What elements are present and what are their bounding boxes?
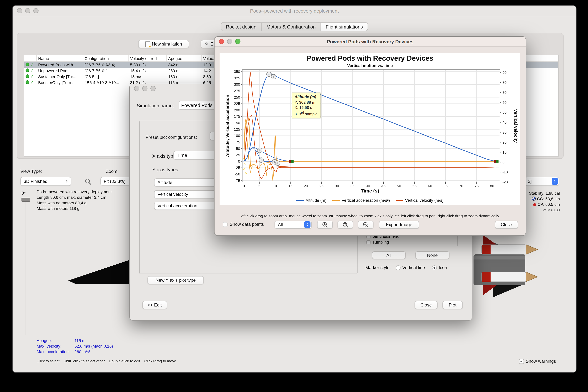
event-tumbling-checkbox[interactable]: Tumbling xyxy=(366,240,389,244)
zoom-out-button[interactable] xyxy=(358,220,374,229)
zoom-in-button[interactable] xyxy=(317,220,333,229)
main-titlebar[interactable]: Pods--powered with recovery deployment xyxy=(13,6,576,16)
preset-label: Preset plot configurations: xyxy=(146,135,197,140)
rotation-slider-handle[interactable] xyxy=(22,198,30,202)
svg-text:30: 30 xyxy=(335,184,339,188)
minimize-window-button[interactable] xyxy=(227,39,232,44)
cp-icon xyxy=(533,203,536,206)
svg-text:45: 45 xyxy=(381,184,386,188)
svg-text:90: 90 xyxy=(502,70,506,74)
close-window-button[interactable] xyxy=(219,39,224,44)
zoom-window-button[interactable] xyxy=(150,86,156,91)
svg-text:100: 100 xyxy=(234,134,240,138)
edit-mode-button[interactable]: << Edit xyxy=(142,301,167,309)
y-axis-left-label: Altitude; Vertical acceleration xyxy=(225,70,230,182)
svg-text:✳: ✳ xyxy=(244,162,246,166)
cg-value: CG: 53,8 cm xyxy=(537,196,560,201)
svg-text:55: 55 xyxy=(412,184,416,188)
svg-text:50: 50 xyxy=(236,146,240,151)
tab-flight-simulations[interactable]: Flight simulations xyxy=(321,22,368,31)
col-velocity-off-rod[interactable]: Velocity off rod xyxy=(129,55,167,62)
chart-legend: Altitude (m)Vertical acceleration (m/s²)… xyxy=(220,198,520,202)
col-configuration[interactable]: Configuration xyxy=(83,55,129,62)
rocket-nose-render[interactable] xyxy=(65,257,135,287)
select-all-events-button[interactable]: All xyxy=(372,251,406,259)
zoom-tool-button[interactable] xyxy=(84,178,92,186)
svg-text:✳: ✳ xyxy=(243,167,246,171)
plot-titlebar[interactable]: Powered Pods with Recovery Devices xyxy=(214,37,526,47)
zoom-window-button[interactable] xyxy=(235,39,240,44)
show-data-points-checkbox[interactable]: Show data points xyxy=(223,222,264,227)
minimize-window-button[interactable] xyxy=(142,86,147,91)
data-point-tooltip: Altitude (m) Y: 302,88 m X: 15,58 s 313r… xyxy=(291,92,321,119)
chart[interactable]: Powered Pods with Recovery Devices Verti… xyxy=(220,53,520,205)
svg-text:30: 30 xyxy=(502,130,506,134)
show-warnings-checkbox[interactable]: ✓ Show warnings xyxy=(519,359,556,364)
rocket-pods-render[interactable] xyxy=(461,231,548,302)
col-status xyxy=(24,55,37,62)
marker-vertical-line-radio[interactable] xyxy=(396,265,400,270)
tab-rocket-design[interactable]: Rocket design xyxy=(221,22,261,31)
svg-text:-75: -75 xyxy=(235,178,240,183)
close-window-button[interactable] xyxy=(17,8,22,13)
magnifier-minus-icon xyxy=(362,221,369,228)
close-window-button[interactable] xyxy=(134,86,139,91)
status-ok-icon: ✓ xyxy=(26,74,34,78)
minimize-window-button[interactable] xyxy=(25,8,30,13)
svg-text:40: 40 xyxy=(366,184,370,188)
select-none-events-button[interactable]: None xyxy=(415,251,449,259)
svg-text:20: 20 xyxy=(304,184,308,188)
svg-text:60: 60 xyxy=(428,184,432,188)
legend-item: Vertical acceleration (m/s²) xyxy=(332,198,390,202)
dialog-close-button[interactable]: Close xyxy=(415,301,438,309)
tab-motors-configuration[interactable]: Motors & Configuration xyxy=(261,22,321,31)
dialog-plot-button[interactable]: Plot xyxy=(442,301,463,309)
y-type-vertical-acceleration-select[interactable]: Vertical acceleration xyxy=(154,202,217,210)
new-y-axis-plot-type-button[interactable]: New Y axis plot type xyxy=(147,276,204,284)
svg-text:250: 250 xyxy=(234,95,240,100)
svg-text:70: 70 xyxy=(502,90,506,94)
cp-value: CP: 60,5 cm xyxy=(537,202,560,206)
branch-select[interactable]: All ▲▼ xyxy=(274,220,312,229)
flight-config-select[interactable]: 3] ▲▼ xyxy=(525,177,559,186)
svg-text:10: 10 xyxy=(273,184,277,188)
checkbox-icon xyxy=(223,222,227,227)
y-type-altitude-select[interactable]: Altitude xyxy=(154,178,217,186)
svg-text:80: 80 xyxy=(490,184,494,188)
svg-text:15: 15 xyxy=(288,184,292,188)
marker-style-label: Marker style: xyxy=(365,265,391,270)
zoom-reset-button[interactable] xyxy=(338,220,353,229)
svg-text:275: 275 xyxy=(234,89,240,93)
chevron-updown-icon: ▲▼ xyxy=(304,221,311,228)
window-title: Pods--powered with recovery deployment xyxy=(13,8,576,14)
plot-close-button[interactable]: Close xyxy=(495,220,518,229)
view-type-select[interactable]: 3D Finished ▲▼ xyxy=(20,177,71,186)
svg-text:10: 10 xyxy=(502,150,506,154)
svg-text:325: 325 xyxy=(234,76,240,80)
svg-text:35: 35 xyxy=(350,184,354,188)
plot-controls: Show data points All ▲▼ xyxy=(214,220,526,229)
svg-text:0: 0 xyxy=(238,159,240,164)
col-apogee[interactable]: Apogee xyxy=(167,55,202,62)
chevron-updown-icon: ▲▼ xyxy=(552,178,558,185)
zoom-window-button[interactable] xyxy=(33,8,39,13)
flight-statistics: Apogee:115 m Max. velocity:52,6 m/s (Mac… xyxy=(37,338,113,354)
zoom-label: Zoom: xyxy=(106,169,119,174)
svg-text:25: 25 xyxy=(236,153,240,157)
y-type-vertical-velocity-select[interactable]: Vertical velocity xyxy=(154,190,217,198)
plot-window-title: Powered Pods with Recovery Devices xyxy=(214,39,526,44)
svg-text:350: 350 xyxy=(234,70,240,74)
new-document-icon xyxy=(145,41,150,47)
export-image-button[interactable]: Export Image xyxy=(379,220,419,229)
x-axis-label: Time (s) xyxy=(220,188,520,194)
chart-plot-area[interactable]: 05101520253035404550556065707580-75-50-2… xyxy=(220,53,520,205)
cg-icon xyxy=(532,196,536,201)
plot-usage-hint: left click drag to zoom area. mouse whee… xyxy=(214,214,526,218)
rotation-value: 0° xyxy=(22,191,26,196)
simulation-name-label: Simulation name: xyxy=(137,103,174,108)
new-simulation-button[interactable]: New simulation xyxy=(138,40,189,48)
marker-icon-radio[interactable] xyxy=(432,265,437,270)
svg-text:125: 125 xyxy=(234,127,240,132)
col-name[interactable]: Name xyxy=(37,55,83,62)
desktop: Pods--powered with recovery deployment R… xyxy=(0,0,588,392)
